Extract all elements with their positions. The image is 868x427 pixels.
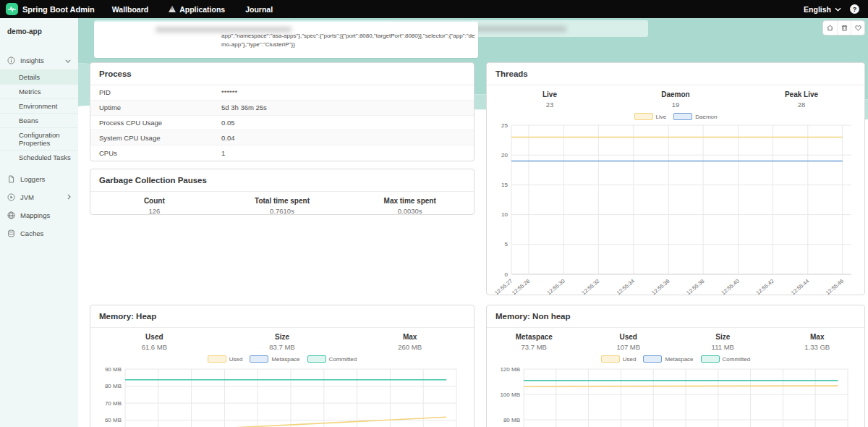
globe-icon [7,211,15,219]
svg-text:120 MB: 120 MB [500,366,520,373]
memory-nonheap-chart: 120 MB100 MB80 MB [487,363,864,427]
sidebar-item-loggers[interactable]: Loggers [0,170,78,188]
warning-triangle-icon [169,6,176,12]
svg-text:12:55:44: 12:55:44 [790,278,810,295]
database-icon [7,229,15,237]
svg-text:80 MB: 80 MB [503,417,520,423]
file-icon [7,175,15,183]
memory-heap-plot: 90 MB80 MB70 MB60 MB50 MB [98,363,467,427]
sidebar-item-beans[interactable]: Beans [0,113,78,127]
legend-label: Daemon [695,114,717,120]
threads-daemon: Daemon 19 [613,90,739,109]
chevron-down-icon [835,7,841,12]
svg-text:12:55:27: 12:55:27 [493,278,514,295]
heap-used: Used 61.6 MB [90,333,218,351]
svg-text:20: 20 [501,152,508,158]
favorite-button[interactable] [851,21,864,35]
legend-swatch [250,355,268,363]
legend-swatch [634,113,653,120]
main-content: app","namespace":"asa-apps"},"spec":{"po… [78,18,868,427]
table-row: System CPU Usage 0.04 [90,130,474,145]
memory-nonheap-card-title: Memory: Non heap [487,305,864,328]
shutdown-trash-button[interactable] [837,21,851,35]
legend-item-committed[interactable]: Committed [307,355,357,363]
svg-text:12:55:34: 12:55:34 [616,278,636,295]
table-row: Uptime 5d 3h 36m 25s [90,101,474,116]
legend-label: Metaspace [665,356,693,363]
legend-swatch [643,355,662,363]
table-row: CPUs 1 [90,145,474,161]
threads-stats: Live 23 Daemon 19 Peak Live 28 [487,85,864,111]
brand[interactable]: Spring Boot Admin [0,3,102,15]
svg-text:70 MB: 70 MB [105,400,122,407]
gc-card-title: Garbage Collection Pauses [90,169,474,192]
top-nav: Spring Boot Admin Wallboard Applications… [0,0,868,18]
gc-count: Count 126 [90,197,218,215]
nav-applications[interactable]: Applications [158,0,235,18]
svg-text:12:55:30: 12:55:30 [546,278,566,295]
legend-item-committed[interactable]: Committed [701,355,751,363]
legend-label: Live [656,114,667,120]
gc-total-time: Total time spent 0.7610s [218,197,346,215]
instance-metadata-panel: app","namespace":"asa-apps"},"spec":{"po… [94,22,478,58]
legend-item-metaspace[interactable]: Metaspace [250,355,299,363]
memory-nonheap-stats: Metaspace 73.7 MB Used 107 MB Size 111 M… [487,328,864,353]
svg-text:10: 10 [501,211,508,218]
sidebar-item-jvm[interactable]: JVM [0,188,78,206]
chevron-down-icon [65,56,71,64]
legend-label: Committed [723,356,751,363]
legend-item-metaspace[interactable]: Metaspace [643,355,693,363]
home-button[interactable] [823,21,837,35]
sidebar-item-metrics[interactable]: Metrics [0,84,78,98]
gc-pauses-card: Garbage Collection Pauses Count 126 Tota… [90,169,475,215]
threads-peak-live: Peak Live 28 [739,90,864,109]
svg-text:12:55:42: 12:55:42 [755,278,775,295]
trash-icon [841,24,848,32]
series-used [125,417,446,427]
sidebar-item-mappings[interactable]: Mappings [0,206,78,224]
heap-size: Size 83.7 MB [218,333,346,351]
spring-boot-admin-logo-icon [6,3,18,15]
threads-legend[interactable]: LiveDaemon [487,111,864,121]
svg-text:80 MB: 80 MB [105,383,122,389]
sidebar-item-environment[interactable]: Environment [0,98,78,113]
svg-text:0: 0 [505,271,509,278]
legend-item-used[interactable]: Used [601,355,637,363]
nav-wallboard[interactable]: Wallboard [102,0,158,18]
instance-metadata-json: app","namespace":"asa-apps"},"spec":{"po… [221,32,476,50]
nav-journal[interactable]: Journal [235,0,283,18]
table-row: Process CPU Usage 0.05 [90,116,474,131]
sidebar-item-configuration-properties[interactable]: Configuration Properties [0,127,78,150]
threads-card-title: Threads [487,63,864,85]
sidebar-item-insights[interactable]: Insights [0,51,78,69]
svg-text:25: 25 [501,122,508,129]
memory-nonheap-legend[interactable]: UsedMetaspaceCommitted [487,353,864,363]
svg-text:12:55:38: 12:55:38 [685,278,705,295]
memory-heap-card: Memory: Heap Used 61.6 MB Size 83.7 MB M… [90,305,475,427]
sidebar-item-scheduled-tasks[interactable]: Scheduled Tasks [0,150,78,164]
nonheap-metaspace: Metaspace 73.7 MB [487,333,582,351]
sidebar: demo-app Insights Details Metrics Enviro… [0,18,78,427]
sidebar-item-caches[interactable]: Caches [0,224,78,242]
brand-title: Spring Boot Admin [22,5,95,14]
home-icon [826,24,834,32]
app-name: demo-app [0,18,78,43]
legend-swatch [208,355,226,363]
memory-nonheap-card: Memory: Non heap Metaspace 73.7 MB Used … [486,305,865,427]
process-table: PID ****** Uptime 5d 3h 36m 25s Process … [90,85,474,161]
legend-item-used[interactable]: Used [208,355,243,363]
sidebar-item-details[interactable]: Details [0,69,78,84]
legend-label: Used [623,356,637,363]
series-used [524,386,838,386]
threads-plot: 12:55:2712:55:2812:55:3012:55:3212:55:34… [493,121,859,295]
legend-item-live[interactable]: Live [634,113,667,120]
memory-heap-legend[interactable]: UsedMetaspaceCommitted [90,353,474,363]
svg-text:5: 5 [505,241,509,248]
legend-swatch [701,355,720,363]
table-row: PID ****** [90,85,474,101]
heap-max: Max 260 MB [346,333,474,351]
help-button[interactable]: ? [850,4,859,14]
legend-item-daemon[interactable]: Daemon [673,113,717,120]
svg-text:12:55:32: 12:55:32 [580,278,600,295]
language-selector[interactable]: English [804,5,841,14]
